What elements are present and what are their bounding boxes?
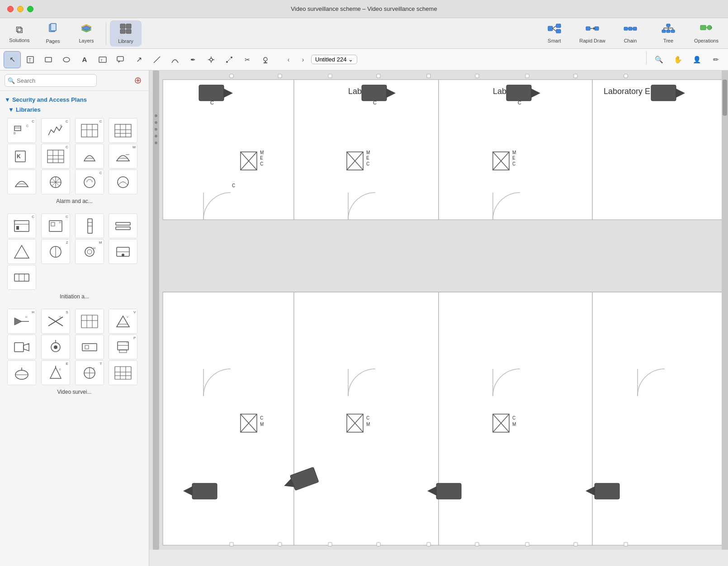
library-label: Library: [118, 38, 133, 44]
lib-cell[interactable]: [7, 360, 36, 385]
lib-cell[interactable]: M M: [75, 239, 104, 264]
curve-tool[interactable]: [166, 51, 184, 68]
tree-button[interactable]: Tree: [650, 20, 686, 47]
search-tool-button[interactable]: 🔍: [650, 51, 667, 68]
user-tool-button[interactable]: 👤: [688, 51, 705, 68]
operations-button[interactable]: Operations: [688, 20, 724, 47]
lib-cell[interactable]: S S: [41, 309, 70, 334]
search-icon: 🔍: [8, 77, 15, 84]
connection-edit-tool[interactable]: [221, 51, 238, 68]
lib-cell[interactable]: BC C: [7, 118, 36, 143]
svg-rect-8: [126, 29, 131, 33]
lib-cell[interactable]: [7, 335, 36, 359]
lib-cell[interactable]: W: [109, 144, 137, 169]
pan-tool-button[interactable]: ✋: [669, 51, 686, 68]
filter-button[interactable]: [132, 74, 144, 87]
search-input[interactable]: [5, 74, 97, 87]
svg-rect-265: [574, 542, 577, 546]
pages-label: Pages: [46, 38, 60, 44]
lib-cell[interactable]: C: [75, 170, 104, 194]
lib-cell[interactable]: Z Z: [41, 239, 70, 264]
layers-button[interactable]: Layers: [71, 20, 102, 47]
callout-tool[interactable]: [112, 51, 129, 68]
arrow-tool[interactable]: ↗: [130, 51, 147, 68]
pages-button[interactable]: Pages: [37, 20, 69, 47]
svg-rect-176: [199, 85, 224, 101]
initiation-library-label: Initiation a...: [7, 292, 142, 303]
lib-cell[interactable]: [109, 239, 137, 264]
text-tool[interactable]: A: [76, 51, 93, 68]
alarm-library-grid: BC C F C C: [7, 118, 142, 194]
lib-cell[interactable]: C: [75, 118, 104, 143]
subsection-expand-icon: ▼: [8, 106, 14, 113]
security-access-section[interactable]: ▼ Security and Access Plans: [0, 94, 149, 105]
svg-text:M: M: [512, 422, 516, 427]
lib-cell[interactable]: [109, 170, 137, 194]
svg-text:C: C: [366, 161, 369, 166]
chain-button[interactable]: Chain: [612, 20, 648, 47]
minimize-button[interactable]: [17, 6, 24, 12]
svg-rect-24: [662, 30, 666, 33]
canvas-area[interactable]: Laboratory Laboratory C C C: [149, 71, 728, 566]
lib-cell[interactable]: B C: [41, 213, 70, 238]
lib-cell[interactable]: [109, 118, 137, 143]
lib-cell[interactable]: C C: [7, 213, 36, 238]
lib-cell[interactable]: E E: [41, 360, 70, 385]
lib-cell[interactable]: P P: [109, 335, 137, 359]
lib-cell[interactable]: [75, 213, 104, 238]
maximize-button[interactable]: [27, 6, 33, 12]
lib-cell[interactable]: H H: [7, 309, 36, 334]
titlebar: Video surveillance scheme – Video survei…: [0, 0, 728, 18]
lib-cell[interactable]: [109, 213, 137, 238]
close-button[interactable]: [7, 6, 14, 12]
lib-cell[interactable]: [75, 144, 104, 169]
svg-rect-25: [667, 30, 670, 33]
lib-cell[interactable]: [7, 170, 36, 194]
page-selector[interactable]: Untitled 224 ⌄: [311, 55, 357, 64]
lib-cell[interactable]: F C: [41, 118, 70, 143]
next-page-button[interactable]: ›: [297, 53, 309, 66]
svg-rect-64: [81, 124, 98, 137]
textbox-tool[interactable]: T: [94, 51, 111, 68]
svg-text:H: H: [25, 316, 27, 318]
svg-point-89: [84, 177, 95, 188]
svg-text:C: C: [210, 100, 214, 105]
lib-cell[interactable]: C: [41, 144, 70, 169]
svg-text:C: C: [260, 161, 263, 166]
line-tool[interactable]: [148, 51, 165, 68]
svg-rect-185: [651, 85, 676, 101]
lib-cell[interactable]: [109, 360, 137, 385]
select-tool[interactable]: ↖: [4, 51, 21, 68]
pen-alt-tool-button[interactable]: ✏: [707, 51, 724, 68]
prev-page-button[interactable]: ‹: [282, 53, 295, 66]
svg-rect-5: [120, 24, 125, 28]
text-select-tool[interactable]: T: [22, 51, 39, 68]
lib-cell[interactable]: K: [7, 144, 36, 169]
svg-point-53: [264, 57, 267, 61]
pen-tool[interactable]: ✒: [184, 51, 202, 68]
svg-rect-23: [667, 24, 670, 27]
lib-cell[interactable]: [7, 265, 36, 290]
smart-label: Smart: [548, 38, 561, 43]
svg-rect-59: [14, 126, 21, 131]
svg-rect-102: [116, 227, 130, 230]
lib-cell[interactable]: [7, 239, 36, 264]
page-navigation: ‹ › Untitled 224 ⌄: [282, 53, 357, 66]
lib-cell[interactable]: V V: [109, 309, 137, 334]
node-edit-tool[interactable]: [203, 51, 220, 68]
lib-cell[interactable]: [75, 309, 104, 334]
scissors-tool[interactable]: ✂: [239, 51, 256, 68]
rapid-draw-button[interactable]: Rapid Draw: [574, 20, 610, 47]
ellipse-tool[interactable]: [58, 51, 75, 68]
libraries-subsection[interactable]: ▼ Libraries: [0, 105, 149, 114]
lib-cell[interactable]: [75, 335, 104, 359]
lib-cell[interactable]: [41, 170, 70, 194]
rectangle-tool[interactable]: [40, 51, 57, 68]
library-button[interactable]: Library: [110, 20, 142, 47]
solutions-button[interactable]: ⧉ Solutions: [4, 20, 35, 47]
lib-cell[interactable]: T T: [75, 360, 104, 385]
svg-text:Laboratory E: Laboratory E: [604, 87, 650, 96]
lib-cell[interactable]: [41, 335, 70, 359]
stamp-tool[interactable]: [257, 51, 274, 68]
smart-button[interactable]: Smart: [536, 20, 572, 47]
